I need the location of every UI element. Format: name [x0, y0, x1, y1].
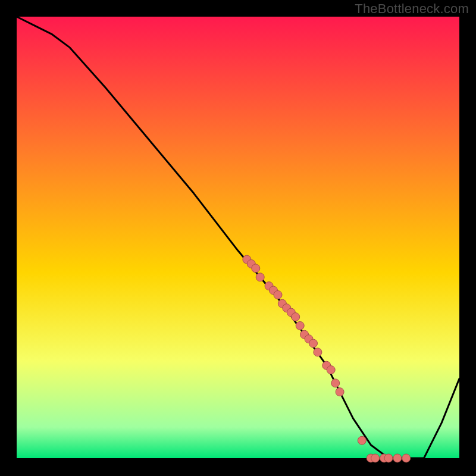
chart-frame: TheBottleneck.com: [0, 0, 476, 476]
watermark-text: TheBottleneck.com: [355, 1, 469, 17]
data-point: [314, 348, 322, 356]
data-point: [384, 454, 393, 462]
data-point: [331, 379, 340, 387]
data-point: [274, 291, 282, 299]
data-point: [309, 339, 318, 347]
data-point: [292, 313, 300, 321]
data-point: [252, 264, 260, 273]
data-point: [402, 454, 411, 462]
data-point: [358, 436, 366, 444]
data-point: [371, 454, 380, 462]
plot-background: [17, 17, 459, 458]
bottleneck-chart: [0, 0, 476, 476]
data-point: [327, 366, 335, 374]
data-point: [393, 454, 402, 462]
data-point: [336, 388, 344, 396]
data-point: [296, 321, 304, 330]
data-point: [256, 273, 264, 281]
